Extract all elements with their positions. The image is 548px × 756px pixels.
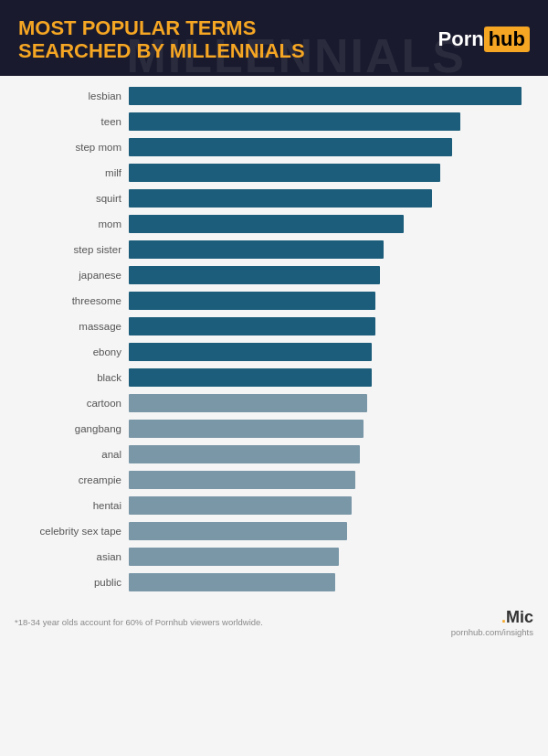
bar-container	[129, 87, 533, 105]
bar-row: japanese	[15, 264, 533, 286]
bar-label: black	[15, 372, 129, 383]
footer: *18-34 year olds account for 60% of Porn…	[0, 604, 548, 637]
bar-label: massage	[15, 321, 129, 332]
bar-label: lesbian	[15, 91, 129, 101]
bar-row: teen	[15, 111, 533, 133]
bar-container	[129, 445, 533, 463]
bar-label: gangbang	[15, 423, 129, 434]
bar-label: step sister	[15, 244, 129, 255]
bar-container	[129, 394, 533, 412]
bar-row: step mom	[15, 136, 533, 158]
bar-container	[129, 292, 533, 310]
bar-row: public	[15, 571, 533, 593]
bar-label: step mom	[15, 142, 129, 153]
bar-label: celebrity sex tape	[15, 526, 129, 537]
bar-row: gangbang	[15, 418, 533, 440]
bar-row: step sister	[15, 239, 533, 261]
bar-container	[129, 112, 533, 131]
bar-row: threesome	[15, 290, 533, 312]
bar-row: massage	[15, 315, 533, 337]
bar-container	[129, 420, 533, 438]
bar-container	[129, 189, 533, 208]
bar-row: black	[15, 367, 533, 389]
bar-row: cartoon	[15, 392, 533, 414]
insights-url: pornhub.com/insights	[451, 627, 533, 637]
bar	[129, 343, 372, 361]
bar-label: japanese	[15, 270, 129, 281]
bar	[129, 317, 375, 335]
bar-container	[129, 471, 533, 489]
bar	[129, 445, 360, 463]
bar	[129, 548, 339, 566]
bar-row: lesbian	[15, 85, 533, 107]
bar	[129, 471, 355, 489]
bar-container	[129, 548, 533, 566]
bar-container	[129, 522, 533, 540]
bar-label: anal	[15, 449, 129, 460]
bar-row: anal	[15, 443, 533, 465]
bar-row: asian	[15, 546, 533, 568]
bar-container	[129, 343, 533, 361]
bar-container	[129, 317, 533, 335]
bar-label: ebony	[15, 346, 129, 357]
mic-logo: .Mic	[451, 608, 533, 627]
bar-container	[129, 138, 533, 156]
bar	[129, 87, 522, 105]
bar	[129, 573, 335, 591]
bar-container	[129, 164, 533, 182]
bar	[129, 292, 375, 310]
bar-container	[129, 573, 533, 591]
chart-area: lesbianteenstep mommilfsquirtmomstep sis…	[0, 76, 548, 604]
bar	[129, 266, 380, 284]
header: MOST POPULAR TERMS SEARCHED BY MILLENNIA…	[0, 0, 548, 76]
bar	[129, 368, 372, 387]
logo-porn: Porn	[438, 27, 484, 51]
bar-container	[129, 240, 533, 259]
bar-label: teen	[15, 116, 129, 127]
bar-label: hentai	[15, 500, 129, 511]
bar	[129, 522, 347, 540]
bar	[129, 215, 404, 233]
bar	[129, 496, 352, 515]
bar	[129, 138, 452, 156]
bar-container	[129, 215, 533, 233]
footer-right: .Mic pornhub.com/insights	[451, 608, 533, 637]
bar-label: asian	[15, 551, 129, 562]
bar-label: mom	[15, 218, 129, 229]
bar-label: creampie	[15, 474, 129, 485]
header-title: MOST POPULAR TERMS SEARCHED BY MILLENNIA…	[18, 16, 305, 63]
bar	[129, 394, 367, 412]
mic-text: Mic	[506, 608, 533, 626]
bar-row: squirt	[15, 187, 533, 209]
bar	[129, 189, 432, 208]
bar-label: cartoon	[15, 398, 129, 409]
bar-row: milf	[15, 162, 533, 184]
bar	[129, 420, 364, 438]
bar-row: creampie	[15, 469, 533, 491]
bar	[129, 164, 440, 182]
bar-container	[129, 496, 533, 515]
bar-label: threesome	[15, 295, 129, 306]
footer-note: *18-34 year olds account for 60% of Porn…	[15, 617, 263, 627]
bar	[129, 240, 384, 259]
bar-row: hentai	[15, 495, 533, 516]
logo: Pornhub	[438, 27, 530, 52]
logo-hub: hub	[484, 27, 530, 52]
bar-label: milf	[15, 167, 129, 178]
bar-container	[129, 368, 533, 387]
bar-container	[129, 266, 533, 284]
bar-row: mom	[15, 213, 533, 235]
bar-row: celebrity sex tape	[15, 520, 533, 542]
bar-label: public	[15, 577, 129, 588]
bar	[129, 112, 460, 131]
bar-label: squirt	[15, 193, 129, 204]
bar-row: ebony	[15, 341, 533, 363]
